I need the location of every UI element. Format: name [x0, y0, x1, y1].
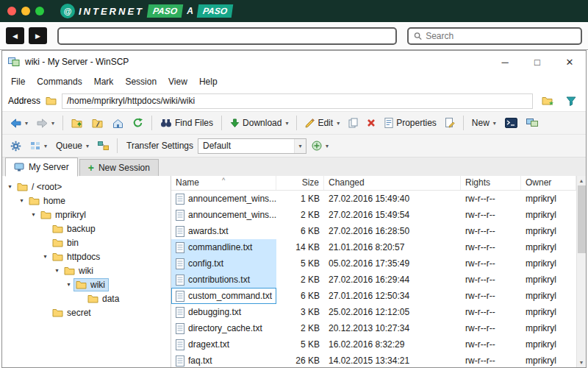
pencil-icon [305, 118, 315, 128]
delete-button[interactable] [363, 116, 379, 130]
folder-icon [46, 96, 57, 105]
expander-icon[interactable]: ▾ [64, 281, 74, 288]
tree-item-home[interactable]: ▾ home [2, 194, 171, 208]
vertical-scrollbar[interactable]: ▲ ▼ [576, 176, 586, 367]
file-row[interactable]: announcement_wins... 2 KB 27.02.2016 15:… [171, 207, 576, 223]
text-file-icon [176, 226, 184, 237]
server-monitor-icon [14, 163, 24, 171]
expander-icon[interactable]: ▾ [40, 253, 50, 260]
column-header-size[interactable]: Size [276, 176, 324, 190]
filter-button[interactable] [562, 94, 580, 108]
parent-directory-button[interactable] [68, 116, 87, 130]
scroll-down-icon[interactable]: ▼ [579, 358, 584, 367]
file-row[interactable]: contributions.txt 2 KB 27.02.2016 16:29:… [171, 272, 576, 288]
tree-item-mprikryl[interactable]: ▾ mprikryl [2, 208, 171, 222]
close-button[interactable]: ✕ [553, 51, 586, 73]
close-traffic-light[interactable] [7, 7, 16, 15]
forward-button[interactable]: ▾ [33, 116, 58, 130]
root-directory-button[interactable] [88, 116, 107, 130]
column-header-changed[interactable]: Changed [324, 176, 461, 190]
find-files-button[interactable]: Find Files [157, 116, 217, 130]
browser-forward-button[interactable]: ▶ [29, 27, 47, 44]
home-directory-button[interactable] [109, 116, 127, 130]
menu-view[interactable]: View [162, 74, 193, 89]
tree-item-bin[interactable]: bin [2, 236, 171, 250]
tree-item-data[interactable]: data [2, 291, 171, 305]
download-button[interactable]: Download ▾ [226, 116, 292, 130]
macos-titlebar: @ INTERNET PASO A PASO [0, 0, 588, 22]
panel-layout-button[interactable]: ▾ [26, 139, 51, 152]
column-header-name[interactable]: ^ Name [171, 176, 276, 190]
menu-file[interactable]: File [5, 74, 31, 89]
properties-button[interactable]: Properties [381, 116, 440, 130]
tree-item-wiki[interactable]: ▾ wiki [2, 263, 171, 277]
expander-icon[interactable]: ▾ [52, 267, 62, 274]
file-row[interactable]: announcement_wins... 1 KB 27.02.2016 15:… [171, 191, 576, 207]
queue-panels-icon [98, 141, 109, 150]
preferences-button[interactable] [7, 138, 25, 154]
bookmark-folder-icon [542, 96, 553, 106]
download-icon [230, 118, 240, 128]
back-button[interactable]: ▾ [7, 116, 32, 130]
menu-commands[interactable]: Commands [31, 74, 87, 89]
tree-item-backup[interactable]: backup [2, 222, 171, 236]
file-rights: rw-r--r-- [461, 288, 521, 304]
tab-my-server[interactable]: My Server [5, 158, 78, 177]
scrollbar-thumb[interactable] [578, 185, 586, 253]
scroll-up-icon[interactable]: ▲ [579, 176, 584, 185]
transfer-settings-dropdown[interactable]: Default ▾ [198, 138, 306, 154]
address-path-input[interactable]: /home/mprikryl/httpdocs/wiki/wiki [62, 93, 533, 109]
menu-bar: File Commands Mark Session View Help [2, 73, 586, 91]
file-row[interactable]: debugging.txt 3 KB 25.02.2016 12:12:05 r… [171, 304, 576, 320]
combo-arrow-icon[interactable]: ▾ [294, 139, 306, 153]
folder-icon [87, 294, 98, 303]
file-row[interactable]: dragext.txt 5 KB 16.02.2016 8:32:29 rw-r… [171, 336, 576, 353]
column-header-rights[interactable]: Rights [461, 176, 521, 190]
refresh-button[interactable] [129, 116, 147, 130]
toolbar-separator [62, 116, 63, 130]
bookmark-directory-button[interactable] [538, 94, 557, 108]
file-rights: rw-r--r-- [461, 223, 521, 239]
file-row[interactable]: commandline.txt 14 KB 21.01.2016 8:20:57… [171, 239, 576, 255]
queue-button[interactable]: Queue ▾ [52, 138, 93, 153]
zoom-traffic-light[interactable] [35, 7, 44, 15]
minimize-traffic-light[interactable] [21, 7, 30, 15]
tree-item-secret[interactable]: secret [2, 305, 171, 319]
browser-address-bar[interactable] [57, 27, 397, 45]
browser-search-box[interactable] [407, 27, 582, 45]
text-file-icon [176, 291, 184, 302]
tree-item-wiki-selected[interactable]: ▾ wiki [2, 277, 171, 291]
minimize-button[interactable]: ─ [489, 51, 521, 73]
open-terminal-button[interactable] [501, 116, 521, 130]
menu-session[interactable]: Session [119, 74, 162, 89]
file-row[interactable]: config.txt 5 KB 05.02.2016 17:35:49 rw-r… [171, 255, 576, 272]
file-row[interactable]: faq.txt 26 KB 14.02.2015 13:34:21 rw-r--… [171, 353, 576, 367]
custom-commands-button[interactable] [442, 116, 459, 130]
column-header-owner[interactable]: Owner [521, 176, 576, 190]
copy-button[interactable] [345, 116, 362, 130]
tree-item-root[interactable]: ▾ / <root> [2, 180, 171, 194]
file-name: awards.txt [188, 223, 229, 239]
edit-button[interactable]: Edit ▾ [301, 116, 343, 130]
file-row[interactable]: directory_cache.txt 2 KB 20.12.2013 10:2… [171, 320, 576, 336]
file-row[interactable]: awards.txt 6 KB 27.02.2016 16:28:50 rw-r… [171, 223, 576, 239]
tree-item-httpdocs[interactable]: ▾ httpdocs [2, 250, 171, 263]
file-name: announcement_wins... [188, 207, 276, 223]
synchronize-button[interactable] [523, 116, 542, 130]
browser-back-button[interactable]: ◀ [6, 27, 24, 44]
transfer-options-button[interactable]: ▾ [308, 138, 332, 153]
new-button[interactable]: New ▾ [468, 116, 500, 130]
queue-toggle-button[interactable] [94, 139, 112, 152]
file-changed: 27.02.2016 16:29:44 [324, 272, 461, 288]
tab-new-session[interactable]: + New Session [79, 159, 159, 176]
maximize-button[interactable]: □ [521, 51, 553, 73]
expander-icon[interactable]: ▾ [5, 183, 15, 190]
file-size: 2 KB [276, 272, 324, 288]
file-row[interactable]: custom_command.txt 6 KB 27.01.2016 12:50… [171, 288, 576, 304]
search-input[interactable] [426, 31, 576, 41]
expander-icon[interactable]: ▾ [17, 197, 26, 204]
menu-mark[interactable]: Mark [88, 74, 120, 89]
logo-icon: @ [60, 4, 75, 18]
menu-help[interactable]: Help [193, 74, 223, 89]
expander-icon[interactable]: ▾ [29, 211, 38, 218]
